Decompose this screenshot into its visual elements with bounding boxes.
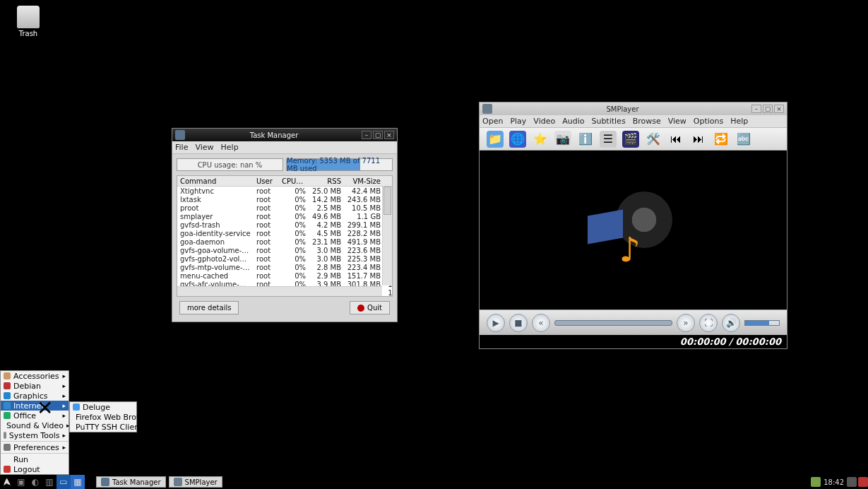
menu-accessories[interactable]: Accessories▸ bbox=[1, 371, 69, 381]
col-pid[interactable]: PID bbox=[384, 177, 393, 185]
volume-slider[interactable] bbox=[744, 320, 780, 326]
col-vm[interactable]: VM-Size bbox=[344, 177, 384, 185]
tray-power-icon[interactable] bbox=[858, 477, 868, 487]
table-row[interactable]: goa-daemonroot0%23.1 MB491.9 MB14722 bbox=[177, 237, 392, 246]
fullscreen-button[interactable]: ⛶ bbox=[699, 314, 718, 332]
stop-button[interactable]: ■ bbox=[509, 314, 528, 332]
submenu-putty-ssh-client[interactable]: PuTTY SSH Client bbox=[70, 422, 136, 432]
table-row[interactable]: gvfs-goa-volume-monitorroot0%3.0 MB223.6… bbox=[177, 246, 392, 254]
video-area[interactable]: ♪ bbox=[480, 151, 787, 310]
open-file-icon[interactable]: 📁 bbox=[487, 131, 504, 148]
internet-submenu[interactable]: DelugeFirefox Web BrowserPuTTY SSH Clien… bbox=[69, 401, 137, 432]
prev-icon[interactable]: ⏮ bbox=[667, 131, 684, 148]
tube-icon[interactable]: 🎬 bbox=[622, 131, 639, 148]
file-manager-launcher[interactable]: ▣ bbox=[14, 475, 28, 489]
menu-video[interactable]: Video bbox=[533, 117, 555, 126]
col-cpu[interactable]: CPU% ∨ bbox=[279, 177, 309, 185]
menu-browse[interactable]: Browse bbox=[633, 117, 661, 126]
menu-sound-video[interactable]: Sound & Video▸ bbox=[1, 420, 69, 430]
maximize-button[interactable]: ▢ bbox=[763, 105, 773, 113]
table-row[interactable]: lxtaskroot0%14.2 MB243.6 MB14971 bbox=[177, 195, 392, 204]
mute-button[interactable]: 🔊 bbox=[722, 314, 740, 332]
menu-item-icon bbox=[4, 456, 11, 463]
smplayer-window: SMPlayer – ▢ × Open Play Video Audio Sub… bbox=[479, 102, 787, 349]
minimize-button[interactable]: – bbox=[362, 131, 371, 139]
taskbar-task-task-manager[interactable]: Task Manager bbox=[96, 476, 166, 488]
minimize-button[interactable]: – bbox=[751, 105, 761, 113]
clock[interactable]: 18:42 bbox=[822, 478, 845, 486]
tray-icon-1[interactable] bbox=[811, 477, 821, 487]
task-manager-titlebar[interactable]: Task Manager – ▢ × bbox=[172, 129, 397, 141]
menu-internet[interactable]: Internet▸ bbox=[1, 401, 69, 411]
menu-logout[interactable]: Logout bbox=[1, 464, 69, 474]
table-row[interactable]: goa-identity-serviceroot0%4.5 MB228.2 MB… bbox=[177, 229, 392, 237]
menu-play[interactable]: Play bbox=[510, 117, 526, 126]
table-row[interactable]: menu-cachedroot0%2.9 MB151.7 MB14697 bbox=[177, 271, 392, 280]
submenu-firefox-web-browser[interactable]: Firefox Web Browser bbox=[70, 412, 136, 422]
forward-button[interactable]: » bbox=[677, 314, 695, 332]
col-command[interactable]: Command bbox=[177, 177, 254, 185]
process-table-head[interactable]: Command User CPU% ∨ RSS VM-Size PID bbox=[177, 176, 392, 187]
open-url-icon[interactable]: 🌐 bbox=[509, 131, 526, 148]
info-icon[interactable]: ℹ️ bbox=[577, 131, 594, 148]
next-icon[interactable]: ⏭ bbox=[690, 131, 707, 148]
menu-help[interactable]: Help bbox=[221, 143, 239, 152]
menu-system-tools[interactable]: System Tools▸ bbox=[1, 430, 69, 440]
menu-item-icon bbox=[4, 392, 11, 399]
more-details-button[interactable]: more details bbox=[179, 301, 239, 314]
task-manager-icon bbox=[175, 130, 185, 140]
smplayer-titlebar[interactable]: SMPlayer – ▢ × bbox=[480, 102, 787, 115]
menu-options[interactable]: Options bbox=[694, 117, 723, 126]
desktop-trash[interactable]: Trash bbox=[7, 6, 49, 37]
preferences-icon[interactable]: 🛠️ bbox=[645, 131, 662, 148]
terminal-launcher[interactable]: ▭ bbox=[57, 475, 71, 489]
task-manager-window: Task Manager – ▢ × File View Help CPU us… bbox=[172, 128, 398, 322]
menu-subtitles[interactable]: Subtitles bbox=[591, 117, 625, 126]
browser-launcher[interactable]: ◐ bbox=[28, 475, 42, 489]
smplayer-controls: ▶ ■ « » ⛶ 🔊 bbox=[480, 310, 787, 335]
taskbar-task-smplayer[interactable]: SMPlayer bbox=[169, 476, 222, 488]
tray-network-icon[interactable] bbox=[847, 477, 857, 487]
maximize-button[interactable]: ▢ bbox=[373, 131, 383, 139]
process-table[interactable]: Command User CPU% ∨ RSS VM-Size PID Xtig… bbox=[177, 175, 393, 297]
menu-debian[interactable]: Debian▸ bbox=[1, 381, 69, 391]
screenshot-icon[interactable]: 📷 bbox=[554, 131, 571, 148]
playlist-icon[interactable]: ☰ bbox=[600, 131, 617, 148]
workspace-switcher[interactable]: ▦ bbox=[71, 475, 85, 489]
menu-audio[interactable]: Audio bbox=[562, 117, 584, 126]
menu-open[interactable]: Open bbox=[482, 117, 503, 126]
play-button[interactable]: ▶ bbox=[487, 314, 505, 332]
start-button[interactable]: ⮝ bbox=[0, 475, 14, 489]
vertical-scrollbar[interactable] bbox=[382, 187, 392, 285]
menu-help[interactable]: Help bbox=[730, 117, 748, 126]
table-row[interactable]: gvfsd-trashroot0%4.2 MB299.1 MB14735 bbox=[177, 220, 392, 229]
table-row[interactable]: prootroot0%2.5 MB10.5 MB13794 bbox=[177, 204, 392, 212]
table-row[interactable]: gvfs-mtp-volume-monitorroot0%2.8 MB223.4… bbox=[177, 263, 392, 271]
rewind-button[interactable]: « bbox=[532, 314, 550, 332]
subtitle-search-icon[interactable]: 🔤 bbox=[735, 131, 752, 148]
close-button[interactable]: × bbox=[384, 131, 394, 139]
menu-office[interactable]: Office▸ bbox=[1, 411, 69, 420]
menu-view[interactable]: View bbox=[668, 117, 686, 126]
menu-preferences[interactable]: Preferences▸ bbox=[1, 442, 69, 452]
minimize-all-launcher[interactable]: ▥ bbox=[42, 475, 57, 489]
task-manager-icon bbox=[101, 478, 109, 486]
close-button[interactable]: × bbox=[774, 105, 784, 113]
table-row[interactable]: gvfs-gphoto2-volume-monitorroot0%3.0 MB2… bbox=[177, 254, 392, 263]
quit-button[interactable]: Quit bbox=[350, 301, 390, 314]
menu-view[interactable]: View bbox=[195, 143, 213, 152]
submenu-deluge[interactable]: Deluge bbox=[70, 402, 136, 412]
menu-graphics[interactable]: Graphics▸ bbox=[1, 391, 69, 401]
menu-file[interactable]: File bbox=[175, 143, 188, 152]
col-user[interactable]: User bbox=[254, 177, 279, 185]
seek-bar[interactable] bbox=[554, 320, 672, 326]
table-row[interactable]: smplayerroot0%49.6 MB1.1 GB14979 bbox=[177, 212, 392, 220]
col-rss[interactable]: RSS bbox=[309, 177, 344, 185]
start-menu[interactable]: Accessories▸Debian▸Graphics▸Internet▸Off… bbox=[0, 370, 69, 475]
cpu-usage-meter: CPU usage: nan % bbox=[177, 158, 283, 171]
horizontal-scrollbar[interactable] bbox=[177, 286, 382, 296]
table-row[interactable]: Xtightvncroot0%25.0 MB42.4 MB14162 bbox=[177, 187, 392, 195]
repeat-icon[interactable]: 🔁 bbox=[713, 131, 730, 148]
menu-run[interactable]: Run bbox=[1, 454, 69, 464]
favorites-icon[interactable]: ⭐ bbox=[532, 131, 549, 148]
